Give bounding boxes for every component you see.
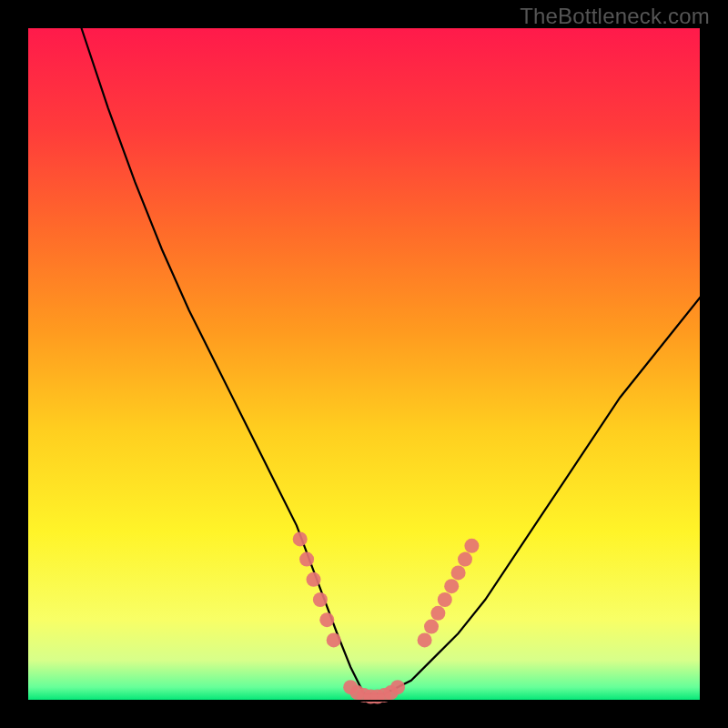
- svg-point-11: [451, 565, 466, 580]
- svg-point-6: [418, 632, 432, 647]
- svg-point-21: [390, 680, 405, 694]
- svg-point-0: [293, 531, 308, 546]
- plot-background: [27, 27, 701, 701]
- svg-point-5: [327, 632, 341, 647]
- svg-point-10: [444, 579, 459, 593]
- bottleneck-chart: TheBottleneck.com: [0, 0, 728, 728]
- svg-point-7: [424, 620, 439, 634]
- svg-point-12: [458, 552, 472, 567]
- svg-point-9: [438, 592, 452, 607]
- chart-svg: [0, 0, 728, 728]
- svg-point-3: [313, 592, 328, 607]
- watermark-label: TheBottleneck.com: [520, 4, 710, 29]
- svg-point-13: [464, 539, 479, 553]
- svg-point-8: [430, 606, 445, 621]
- svg-point-1: [299, 552, 314, 567]
- svg-point-2: [307, 572, 321, 587]
- svg-point-4: [319, 612, 334, 627]
